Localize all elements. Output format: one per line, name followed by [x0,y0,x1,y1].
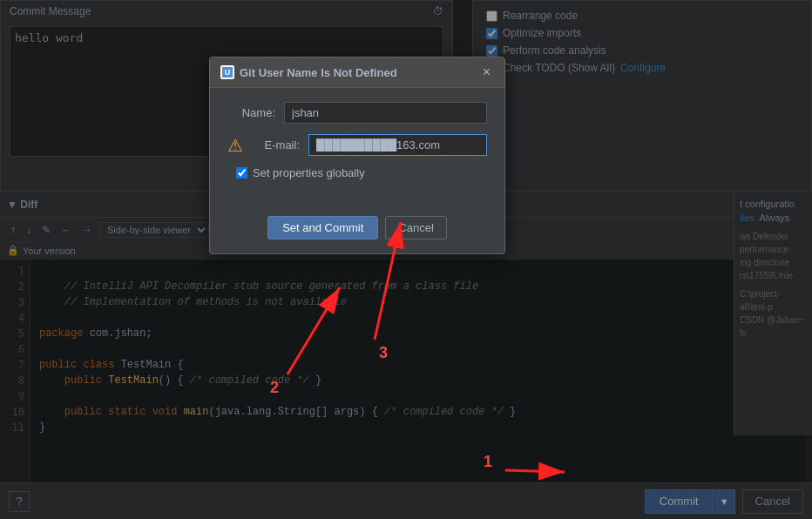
name-label: Name: [227,106,275,119]
modal-title-bar: U Git User Name Is Not Defined × [210,57,504,88]
modal-footer: Set and Commit Cancel [210,207,504,253]
name-input[interactable] [284,102,487,124]
modal-dialog: U Git User Name Is Not Defined × Name: ⚠… [209,57,505,254]
global-properties-checkbox[interactable] [236,167,247,179]
warning-row: ⚠ E-mail: [227,134,487,156]
modal-close-button[interactable]: × [479,64,494,80]
modal-cancel-button[interactable]: Cancel [385,216,446,239]
checkbox-label: Set properties globally [253,166,365,179]
email-label: E-mail: [252,138,300,152]
email-input[interactable] [308,134,487,156]
modal-body: Name: ⚠ E-mail: Set properties globally [210,88,504,207]
modal-overlay: U Git User Name Is Not Defined × Name: ⚠… [0,0,812,519]
modal-title-icon: U [220,65,234,79]
modal-title: U Git User Name Is Not Defined [220,65,397,79]
warning-icon: ⚠ [227,135,243,156]
checkbox-row: Set properties globally [227,166,487,179]
set-and-commit-button[interactable]: Set and Commit [267,216,378,239]
name-row: Name: [227,102,487,124]
modal-title-text: Git User Name Is Not Defined [240,66,397,79]
